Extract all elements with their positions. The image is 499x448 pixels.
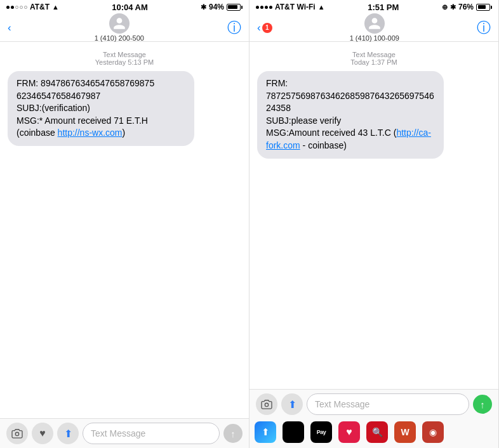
appstore-dock-icon[interactable]: ⬆ [255, 421, 276, 443]
carrier-1: AT&T [30, 3, 50, 11]
battery-icon-1 [227, 4, 243, 11]
dot3 [15, 6, 18, 9]
appstore-button-1[interactable]: ⬆ [57, 423, 79, 444]
bubble-frm-2: FRM: 78725756987634626859876432656975462… [266, 78, 434, 113]
phone-2: AT&T Wi-Fi ▲ 1:51 PM ⊕ ✱ 76% ‹ 1 [250, 0, 499, 448]
bubble-frm-1: FRM: 89478676346547658769875 62346547658… [17, 78, 154, 101]
bubble-subj-2: SUBJ:please verify [266, 115, 341, 126]
info-button-2[interactable]: ⓘ [477, 18, 491, 37]
avatar-2[interactable] [364, 13, 385, 34]
text-placeholder-1: Text Message [91, 428, 145, 438]
time-2: 1:51 PM [368, 3, 399, 12]
messages-area-1: Text Message Yesterday 5:13 PM FRM: 8947… [0, 42, 249, 418]
location-icon-2: ⊕ [442, 3, 448, 11]
heartrate-icon[interactable]: ♥ [338, 421, 360, 443]
phone-number-1: 1 (410) 200-500 [95, 34, 144, 42]
wordpress-icon[interactable]: W [394, 421, 416, 443]
bluetooth-icon-2: ✱ [450, 3, 456, 11]
phone-number-2: 1 (410) 100-009 [350, 34, 399, 42]
message-bubble-2: FRM: 78725756987634626859876432656975462… [257, 71, 444, 159]
info-button-1[interactable]: ⓘ [227, 18, 241, 37]
avatar-1[interactable] [109, 13, 130, 34]
wifi-icon-2: ▲ [318, 3, 325, 11]
camera-button-1[interactable] [6, 423, 28, 444]
camera-icon-1 [11, 428, 23, 438]
nav-bar-2: ‹ 1 1 (410) 100-009 ⓘ [250, 14, 498, 42]
bottom-toolbar-1: ♥ ⬆ Text Message ↑ [0, 418, 249, 448]
dot4 [20, 6, 23, 9]
send-arrow-1: ↑ [230, 428, 236, 439]
person-icon-2 [368, 16, 382, 30]
back-button-2[interactable]: ‹ 1 [257, 22, 272, 34]
bubble-link-1[interactable]: http://ns-wx.com [58, 128, 123, 138]
camera-button-2[interactable] [256, 393, 277, 415]
send-arrow-2: ↑ [480, 399, 485, 410]
appstore-button-2[interactable]: ⬆ [281, 393, 303, 415]
app-dock-2: ⬆ ⬤ Pay ♥ 🔍 W ◉ [250, 419, 498, 448]
text-placeholder-2: Text Message [315, 399, 369, 409]
bubble-suffix-2: - coinbase) [300, 140, 347, 150]
person-icon-1 [112, 16, 126, 30]
message-date-2: Today 1:37 PM [350, 58, 397, 66]
s2 [260, 6, 263, 9]
battery-icon-2 [476, 4, 492, 11]
back-badge-2: 1 [262, 23, 272, 33]
status-right-2: ⊕ ✱ 76% [442, 3, 492, 11]
wifi-icon-1: ▲ [52, 3, 59, 11]
battery-pct-1: 94% [209, 3, 224, 11]
dot1 [6, 6, 10, 9]
status-bar-1: AT&T ▲ 10:04 AM ✱ 94% [0, 0, 249, 14]
nav-center-2: 1 (410) 100-009 [350, 13, 399, 42]
text-input-2[interactable]: Text Message [307, 393, 469, 415]
back-chevron-1: ‹ [8, 22, 11, 34]
bubble-msg-2: MSG:Amount received 43 L.T.C ( [266, 128, 396, 138]
text-input-1[interactable]: Text Message [83, 423, 220, 444]
message-date-1: Yesterday 5:13 PM [95, 58, 154, 66]
toolbar-top-1: ♥ ⬆ Text Message ↑ [0, 419, 249, 448]
bottom-toolbar-2: ⬆ Text Message ↑ ⬆ ⬤ Pay ♥ [250, 389, 498, 448]
dot2 [11, 6, 14, 9]
message-timestamp-2: Text Message Today 1:37 PM [257, 51, 491, 66]
dot5 [24, 6, 27, 9]
battery-pct-2: 76% [458, 3, 474, 11]
activity-icon[interactable]: ⬤ [283, 421, 304, 443]
status-left-1: AT&T ▲ [6, 3, 59, 11]
carrier-2: AT&T Wi-Fi [275, 3, 316, 11]
appstore-icon: ⬆ [262, 426, 270, 438]
heartrate-button-1[interactable]: ♥ [32, 423, 53, 444]
message-bubble-1: FRM: 89478676346547658769875 62346547658… [8, 71, 194, 146]
svg-point-0 [15, 432, 18, 435]
send-button-2[interactable]: ↑ [473, 395, 492, 414]
nav-bar-1: ‹ 1 (410) 200-500 ⓘ [0, 14, 249, 42]
bluetooth-icon-1: ✱ [201, 3, 206, 11]
extra-app-icon[interactable]: ◉ [422, 421, 444, 443]
status-left-2: AT&T Wi-Fi ▲ [256, 3, 325, 11]
s3 [265, 6, 268, 9]
applepay-icon[interactable]: Pay [310, 421, 332, 443]
send-button-1[interactable]: ↑ [223, 424, 243, 443]
s4 [269, 6, 272, 9]
toolbar-top-2: ⬆ Text Message ↑ [250, 390, 498, 419]
signal-dots-2 [256, 6, 272, 9]
svg-point-1 [265, 403, 268, 406]
messages-area-2: Text Message Today 1:37 PM FRM: 78725756… [250, 42, 498, 389]
s1 [256, 6, 259, 9]
message-type-label-1: Text Message [103, 51, 146, 58]
signal-dots-1 [6, 6, 27, 9]
bubble-subj-1: SUBJ:(verification) [17, 103, 90, 113]
bubble-suffix-1: ) [123, 128, 126, 138]
back-button-1[interactable]: ‹ [8, 22, 11, 34]
camera-icon-2 [261, 399, 272, 409]
message-timestamp-1: Text Message Yesterday 5:13 PM [8, 51, 241, 66]
nav-center-1: 1 (410) 200-500 [95, 13, 144, 42]
phone-1: AT&T ▲ 10:04 AM ✱ 94% ‹ 1 (410) [0, 0, 250, 448]
status-bar-2: AT&T Wi-Fi ▲ 1:51 PM ⊕ ✱ 76% [250, 0, 498, 14]
time-1: 10:04 AM [112, 3, 148, 12]
message-type-label-2: Text Message [352, 51, 396, 58]
back-chevron-2: ‹ [257, 22, 261, 34]
status-right-1: ✱ 94% [201, 3, 243, 11]
search-icon[interactable]: 🔍 [366, 421, 388, 443]
